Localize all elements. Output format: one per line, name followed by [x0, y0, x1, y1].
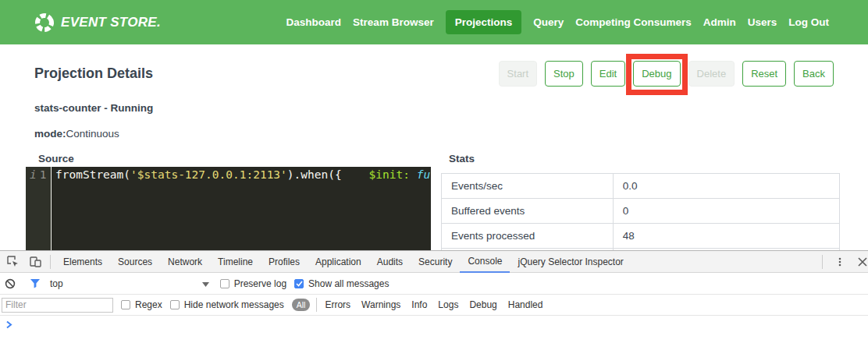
- hide-network-messages-checkbox[interactable]: [170, 300, 180, 309]
- filter-level-warnings[interactable]: Warnings: [361, 299, 400, 310]
- debug-button[interactable]: Debug: [633, 61, 680, 87]
- nav-dashboard[interactable]: Dashboard: [286, 10, 342, 34]
- execution-context-value: top: [50, 278, 63, 289]
- devtools-tab-jquery-selector-inspector[interactable]: jQuery Selector Inspector: [510, 251, 631, 273]
- devtools-tabbar: Elements Sources Network Timeline Profil…: [0, 251, 868, 273]
- console-prompt-chevron-icon: [5, 320, 12, 331]
- console-toolbar: top Preserve log Show all messages: [0, 273, 868, 295]
- nav-admin[interactable]: Admin: [703, 10, 736, 34]
- screen: EVENT STORE. Dashboard Stream Browser Pr…: [0, 0, 868, 343]
- debug-button-highlight-wrap: Debug: [633, 61, 680, 87]
- filter-level-all-badge[interactable]: All: [292, 299, 311, 311]
- editor-gutter: i 1: [26, 167, 51, 250]
- execution-context-selector[interactable]: top: [45, 278, 209, 289]
- nav-query[interactable]: Query: [533, 10, 564, 34]
- reset-button[interactable]: Reset: [742, 61, 786, 87]
- code-keyword: $init:: [369, 168, 410, 181]
- stat-name: Events/sec: [442, 174, 614, 199]
- nav-log-out[interactable]: Log Out: [788, 10, 829, 34]
- devtools-tab-elements[interactable]: Elements: [55, 251, 110, 273]
- console-prompt[interactable]: [0, 316, 868, 336]
- code-plain: ).when({: [287, 168, 342, 181]
- projection-name-status: stats-counter - Running: [34, 102, 153, 114]
- nav-stream-browser[interactable]: Stream Browser: [353, 10, 434, 34]
- kebab-menu-icon[interactable]: [830, 252, 850, 272]
- nav-competing-consumers[interactable]: Competing Consumers: [575, 10, 692, 34]
- mode-value: Continuous: [66, 128, 119, 140]
- hide-network-messages-toggle[interactable]: Hide network messages: [170, 299, 284, 310]
- top-navbar: EVENT STORE. Dashboard Stream Browser Pr…: [0, 0, 868, 44]
- filter-level-info[interactable]: Info: [411, 299, 427, 310]
- filter-level-errors[interactable]: Errors: [325, 299, 350, 310]
- code-space: [410, 168, 417, 181]
- page-title: Projection Details: [34, 65, 153, 82]
- back-button[interactable]: Back: [794, 61, 834, 87]
- code-string: '$stats-127.0.0.1:2113': [130, 168, 287, 181]
- show-all-messages-label: Show all messages: [308, 278, 389, 289]
- brand[interactable]: EVENT STORE.: [34, 12, 161, 33]
- code-function-keyword: fu: [417, 168, 430, 181]
- code-line[interactable]: fromStream('$stats-127.0.0.1:2113').when…: [51, 167, 431, 250]
- regex-toggle[interactable]: Regex: [121, 299, 162, 310]
- hide-network-messages-label: Hide network messages: [184, 299, 284, 310]
- device-toolbar-icon[interactable]: [25, 252, 45, 272]
- eventstore-logo-icon: [34, 12, 55, 33]
- preserve-log-checkbox[interactable]: [220, 279, 229, 288]
- delete-button: Delete: [688, 61, 735, 87]
- devtools-tab-audits[interactable]: Audits: [369, 251, 411, 273]
- table-row: Buffered events 0: [442, 199, 840, 224]
- filter-input[interactable]: [2, 298, 113, 313]
- stat-name: Buffered events: [442, 199, 614, 224]
- devtools-tab-network[interactable]: Network: [160, 251, 210, 273]
- show-all-messages-toggle[interactable]: Show all messages: [294, 278, 389, 289]
- start-button: Start: [499, 61, 537, 87]
- stat-name: Events processed: [442, 224, 614, 249]
- stat-value: 0: [613, 199, 839, 224]
- toolbar-divider: [50, 255, 51, 269]
- filter-level-handled[interactable]: Handled: [508, 299, 543, 310]
- devtools-tab-timeline[interactable]: Timeline: [210, 251, 261, 273]
- chevron-down-icon: [202, 278, 209, 289]
- action-buttons: Start Stop Edit Debug Delete Reset Back: [499, 61, 834, 87]
- inspect-element-icon[interactable]: [2, 252, 23, 272]
- projection-mode: mode:Continuous: [34, 128, 119, 140]
- stats-section-label: Stats: [449, 153, 475, 164]
- close-devtools-icon[interactable]: [852, 252, 868, 272]
- mode-label: mode:: [34, 128, 66, 140]
- clear-console-icon[interactable]: [0, 278, 20, 289]
- filter-level-logs[interactable]: Logs: [438, 299, 458, 310]
- preserve-log-label: Preserve log: [234, 278, 286, 289]
- brand-name: EVENT STORE.: [61, 15, 161, 30]
- source-section-label: Source: [38, 153, 74, 164]
- regex-label: Regex: [135, 299, 162, 310]
- devtools-tab-console[interactable]: Console: [460, 251, 510, 273]
- gutter-annotation-icon: i: [30, 168, 37, 181]
- filter-divider: [316, 298, 317, 312]
- filter-icon[interactable]: [25, 278, 45, 288]
- devtools-tab-sources[interactable]: Sources: [110, 251, 160, 273]
- code-plain: fromStream(: [55, 168, 130, 181]
- devtools-tab-application[interactable]: Application: [308, 251, 369, 273]
- main-nav: Dashboard Stream Browser Projections Que…: [286, 0, 829, 44]
- code-spacing: [342, 168, 369, 181]
- stat-value: 48: [613, 224, 839, 249]
- table-row: Events processed 48: [442, 224, 840, 249]
- show-all-messages-checkbox[interactable]: [294, 279, 304, 288]
- filter-level-debug[interactable]: Debug: [469, 299, 496, 310]
- edit-button[interactable]: Edit: [591, 61, 625, 87]
- stat-value: 0.0: [613, 174, 839, 199]
- stop-button[interactable]: Stop: [545, 61, 583, 87]
- devtools-tab-security[interactable]: Security: [411, 251, 460, 273]
- source-code-editor[interactable]: i 1 fromStream('$stats-127.0.0.1:2113').…: [26, 167, 431, 250]
- devtools-window-controls: [817, 251, 868, 273]
- devtools-panel: Elements Sources Network Timeline Profil…: [0, 250, 868, 343]
- regex-checkbox[interactable]: [121, 300, 130, 309]
- table-row: Events/sec 0.0: [442, 174, 840, 199]
- nav-projections[interactable]: Projections: [446, 10, 522, 34]
- nav-users[interactable]: Users: [748, 10, 777, 34]
- preserve-log-toggle[interactable]: Preserve log: [220, 278, 286, 289]
- line-number: 1: [40, 168, 47, 181]
- toolbar-divider: [822, 255, 823, 269]
- devtools-tab-profiles[interactable]: Profiles: [261, 251, 308, 273]
- console-filter-bar: Regex Hide network messages All Errors W…: [0, 295, 868, 316]
